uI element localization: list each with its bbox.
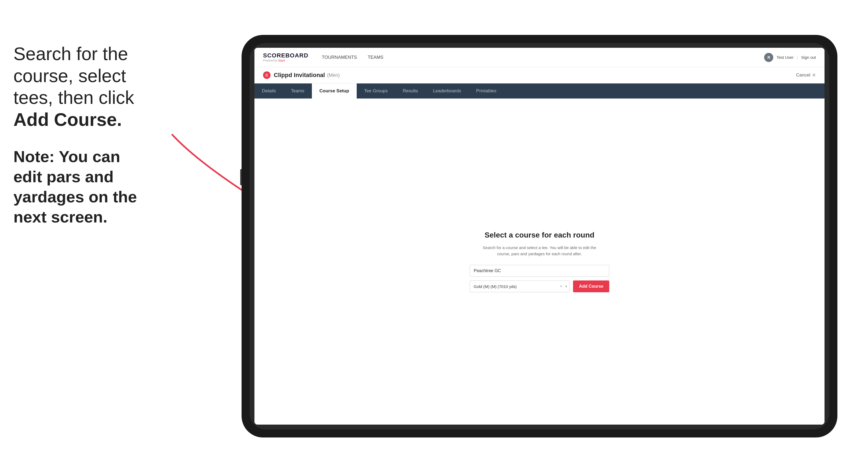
- tablet-shell: SCOREBOARD Powered by clippd TOURNAMENTS…: [242, 35, 837, 437]
- nav-right: R Test User | Sign out: [764, 53, 816, 62]
- nav-teams[interactable]: TEAMS: [368, 55, 383, 60]
- tournament-header: C Clippd Invitational (Men) Cancel ✕: [254, 67, 825, 84]
- logo: SCOREBOARD Powered by clippd: [263, 53, 308, 62]
- cancel-icon: ✕: [812, 72, 816, 78]
- course-search-input[interactable]: [470, 265, 609, 277]
- note-line4: next screen.: [13, 208, 107, 226]
- cancel-button[interactable]: Cancel ✕: [796, 72, 816, 78]
- tab-teams[interactable]: Teams: [283, 84, 312, 98]
- annotation-note: Note: You can edit pars and yardages on …: [13, 147, 153, 227]
- annotation-area: Search for thecourse, selecttees, then c…: [0, 32, 166, 238]
- note-line3: yardages on the: [13, 188, 137, 206]
- tab-course-setup[interactable]: Course Setup: [312, 84, 357, 98]
- tab-results[interactable]: Results: [395, 84, 426, 98]
- tab-leaderboards[interactable]: Leaderboards: [426, 84, 469, 98]
- sign-out-link[interactable]: Sign out: [801, 55, 816, 60]
- tab-bar: Details Teams Course Setup Tee Groups Re…: [254, 84, 825, 98]
- course-setup-card: Select a course for each round Search fo…: [470, 231, 609, 292]
- logo-text: SCOREBOARD: [263, 53, 308, 59]
- card-description: Search for a course and select a tee. Yo…: [483, 245, 596, 257]
- top-nav: SCOREBOARD Powered by clippd TOURNAMENTS…: [254, 48, 825, 67]
- tee-select-row: Gold (M) (M) (7010 yds) Silver (M) (6500…: [470, 280, 609, 292]
- tournament-title: Clippd Invitational: [274, 72, 325, 79]
- logo-sub: Powered by clippd: [263, 59, 308, 62]
- cancel-label: Cancel: [796, 72, 810, 78]
- tournament-type: (Men): [327, 72, 340, 78]
- tablet-inner: SCOREBOARD Powered by clippd TOURNAMENTS…: [250, 43, 829, 429]
- search-input-wrapper: [470, 265, 609, 277]
- note-line1: Note: You can: [13, 148, 120, 165]
- tab-details[interactable]: Details: [254, 84, 283, 98]
- nav-links: TOURNAMENTS TEAMS: [322, 55, 383, 60]
- tab-printables[interactable]: Printables: [469, 84, 504, 98]
- tee-select[interactable]: Gold (M) (M) (7010 yds) Silver (M) (6500…: [470, 280, 570, 292]
- tee-select-wrapper: Gold (M) (M) (7010 yds) Silver (M) (6500…: [470, 280, 570, 292]
- note-line2: edit pars and: [13, 168, 114, 186]
- card-title: Select a course for each round: [485, 231, 594, 240]
- tab-tee-groups[interactable]: Tee Groups: [357, 84, 395, 98]
- annotation-main: Search for thecourse, selecttees, then c…: [13, 43, 153, 130]
- main-content: Select a course for each round Search fo…: [254, 98, 825, 425]
- nav-tournaments[interactable]: TOURNAMENTS: [322, 55, 357, 60]
- tournament-icon: C: [263, 71, 271, 79]
- nav-separator: |: [797, 55, 798, 60]
- annotation-bold: Add Course.: [13, 109, 122, 130]
- user-label: Test User: [776, 55, 794, 60]
- user-avatar: R: [764, 53, 773, 62]
- tee-clear-icon[interactable]: ×: [560, 284, 562, 289]
- tablet-screen: SCOREBOARD Powered by clippd TOURNAMENTS…: [254, 48, 825, 425]
- add-course-button[interactable]: Add Course: [573, 280, 609, 292]
